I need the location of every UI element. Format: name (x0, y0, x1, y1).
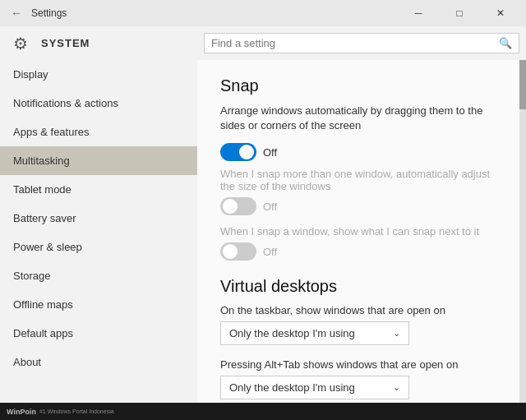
title-bar: ← Settings ─ □ ✕ (0, 0, 526, 26)
search-area: 🔍 (197, 26, 526, 60)
alttab-dropdown-label: Pressing Alt+Tab shows windows that are … (220, 358, 503, 371)
close-icon: ✕ (496, 7, 505, 19)
sidebar-item-offline[interactable]: Offline maps (0, 290, 197, 319)
alttab-dropdown[interactable]: Only the desktop I'm using ⌄ (220, 376, 409, 399)
search-input[interactable] (211, 37, 499, 49)
snap-toggle[interactable] (220, 143, 256, 161)
snap-sub2-toggle-thumb (223, 244, 238, 259)
snap-section: Snap Arrange windows automatically by dr… (220, 76, 503, 261)
snap-sub1-title: When I snap more than one window, automa… (220, 168, 503, 192)
sidebar-item-tablet[interactable]: Tablet mode (0, 175, 197, 204)
snap-sub2-toggle-row: Off (220, 242, 503, 261)
snap-title: Snap (220, 76, 503, 95)
minimize-button[interactable]: ─ (399, 0, 437, 26)
snap-sub2: When I snap a window, show what I can sn… (220, 225, 503, 261)
virtual-desktops-title: Virtual desktops (220, 277, 503, 296)
sidebar-item-multitasking[interactable]: Multitasking (0, 146, 197, 175)
back-icon: ← (11, 7, 22, 20)
taskbar: WinPoin #1 Windows Portal Indonesia (0, 403, 526, 420)
window-title: Settings (31, 7, 399, 19)
system-label: SYSTEM (41, 37, 90, 49)
alttab-dropdown-value: Only the desktop I'm using (229, 381, 355, 394)
taskbar-dropdown[interactable]: Only the desktop I'm using ⌄ (220, 321, 409, 345)
virtual-desktops-section: Virtual desktops On the taskbar, show wi… (220, 277, 503, 399)
snap-toggle-label: Off (263, 146, 277, 159)
snap-sub1: When I snap more than one window, automa… (220, 168, 503, 215)
snap-sub1-toggle-label: Off (263, 201, 277, 213)
snap-sub1-toggle[interactable] (220, 197, 256, 215)
sidebar-header: ⚙ SYSTEM (0, 26, 197, 60)
maximize-button[interactable]: □ (441, 0, 478, 26)
snap-toggle-thumb (239, 145, 254, 159)
snap-toggle-row: Off (220, 143, 503, 161)
window-controls: ─ □ ✕ (399, 0, 519, 26)
sidebar-item-notifications[interactable]: Notifications & actions (0, 89, 197, 118)
taskbar-dropdown-label: On the taskbar, show windows that are op… (220, 304, 503, 316)
taskbar-dropdown-value: Only the desktop I'm using (229, 327, 355, 339)
maximize-icon: □ (456, 7, 462, 19)
sidebar-item-defaultapps[interactable]: Default apps (0, 319, 197, 348)
search-box[interactable]: 🔍 (204, 33, 519, 53)
sidebar-item-power[interactable]: Power & sleep (0, 233, 197, 261)
scrollbar-track (519, 60, 526, 403)
sidebar-item-about[interactable]: About (0, 348, 197, 376)
logo-subtext: #1 Windows Portal Indonesia (39, 408, 114, 414)
snap-sub2-title: When I snap a window, show what I can sn… (220, 225, 503, 238)
sidebar-item-storage[interactable]: Storage (0, 261, 197, 290)
back-button[interactable]: ← (7, 3, 26, 23)
sidebar-item-battery[interactable]: Battery saver (0, 204, 197, 233)
snap-sub2-toggle-label: Off (263, 246, 277, 258)
snap-sub2-toggle[interactable] (220, 242, 256, 261)
logo-text: WinPoin (7, 408, 36, 416)
sidebar: Display Notifications & actions Apps & f… (0, 60, 197, 403)
snap-sub1-toggle-thumb (223, 199, 238, 214)
main-content: Snap Arrange windows automatically by dr… (197, 60, 526, 403)
close-button[interactable]: ✕ (482, 0, 519, 26)
snap-description: Arrange windows automatically by draggin… (220, 104, 503, 133)
gear-icon: ⚙ (13, 34, 33, 53)
sidebar-item-apps[interactable]: Apps & features (0, 118, 197, 146)
sidebar-item-display[interactable]: Display (0, 60, 197, 89)
snap-sub1-toggle-row: Off (220, 197, 503, 215)
scrollbar-thumb[interactable] (519, 60, 526, 109)
search-icon: 🔍 (499, 37, 512, 49)
taskbar-dropdown-chevron: ⌄ (393, 328, 400, 339)
alttab-dropdown-chevron: ⌄ (393, 382, 400, 393)
minimize-icon: ─ (415, 7, 422, 19)
